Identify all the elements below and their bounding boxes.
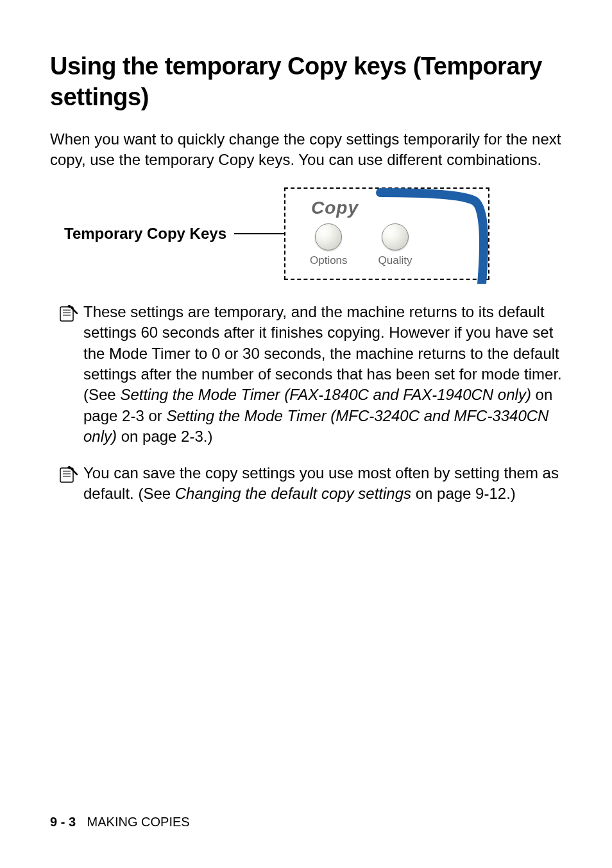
copy-panel: Copy Options Quality [284,187,489,280]
diagram-row: Temporary Copy Keys Copy Options Quality [50,187,562,280]
diagram-label: Temporary Copy Keys [64,225,226,243]
note-icon [58,302,83,447]
note-block-1: These settings are temporary, and the ma… [58,302,562,447]
note-text-2: You can save the copy settings you use m… [83,463,562,505]
note-block-2: You can save the copy settings you use m… [58,463,562,505]
copy-title: Copy [311,198,359,218]
svg-rect-4 [60,468,73,482]
page-footer: 9 - 3 MAKING COPIES [50,815,190,829]
round-button-icon [382,223,409,250]
svg-rect-0 [60,307,73,321]
section-heading: Using the temporary Copy keys (Temporary… [50,51,562,112]
connector-line-icon [234,233,284,234]
note-text-1: These settings are temporary, and the ma… [83,302,562,447]
options-label: Options [310,254,348,267]
intro-paragraph: When you want to quickly change the copy… [50,129,562,171]
page-number: 9 - 3 [50,815,76,829]
section-name: MAKING COPIES [87,815,190,829]
note-icon [58,463,83,505]
quality-button: Quality [378,223,412,267]
round-button-icon [315,223,342,250]
options-button: Options [310,223,348,267]
quality-label: Quality [378,254,412,267]
